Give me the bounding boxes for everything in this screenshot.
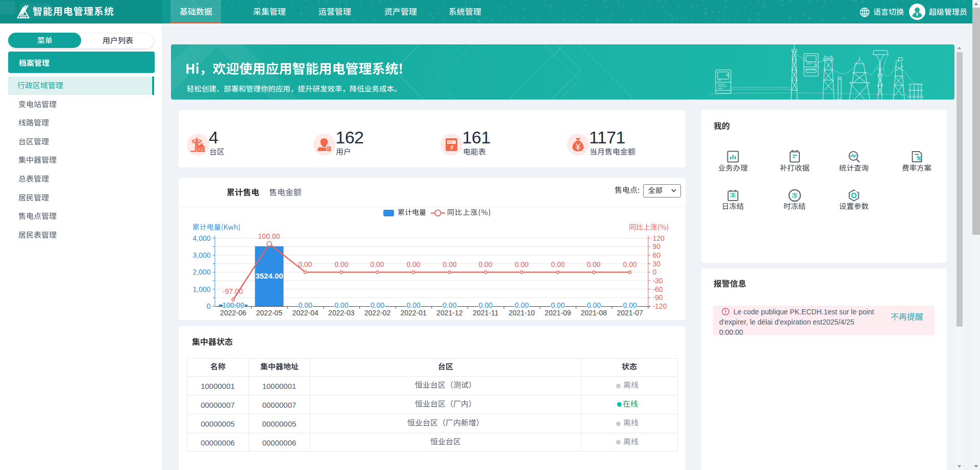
svg-text:4,000: 4,000 xyxy=(192,234,210,242)
svg-text:2021-11: 2021-11 xyxy=(473,309,499,317)
svg-text:120: 120 xyxy=(652,234,665,242)
svg-text:0.00: 0.00 xyxy=(551,260,565,268)
svg-text:0.00: 0.00 xyxy=(371,301,384,309)
svg-text:2021-12: 2021-12 xyxy=(436,309,463,317)
svg-text:100.00: 100.00 xyxy=(258,232,280,240)
svg-text:2021-10: 2021-10 xyxy=(508,309,535,317)
svg-text:0.00: 0.00 xyxy=(586,260,600,268)
svg-text:0.00: 0.00 xyxy=(406,301,420,309)
svg-text:0.00: 0.00 xyxy=(623,260,636,268)
svg-text:2021-07: 2021-07 xyxy=(617,309,643,317)
svg-text:0: 0 xyxy=(652,268,656,276)
svg-text:2,000: 2,000 xyxy=(192,268,210,276)
svg-text:90: 90 xyxy=(652,242,660,251)
svg-text:-60: -60 xyxy=(652,285,663,293)
svg-text:0.00: 0.00 xyxy=(551,301,565,309)
svg-text:2022-01: 2022-01 xyxy=(400,309,427,317)
svg-text:2022-02: 2022-02 xyxy=(364,309,391,317)
svg-text:0.00: 0.00 xyxy=(479,301,493,309)
svg-text:-120: -120 xyxy=(652,302,667,310)
svg-text:2022-05: 2022-05 xyxy=(256,309,283,317)
svg-text:0.00: 0.00 xyxy=(334,301,348,309)
svg-text:0.00: 0.00 xyxy=(623,301,636,309)
svg-text:0.00: 0.00 xyxy=(443,260,456,268)
svg-text:60: 60 xyxy=(652,251,660,259)
svg-text:0: 0 xyxy=(207,302,211,310)
svg-text:2022-06: 2022-06 xyxy=(220,309,247,317)
svg-text:1,000: 1,000 xyxy=(192,285,210,293)
svg-text:0.00: 0.00 xyxy=(514,301,528,309)
svg-text:30: 30 xyxy=(652,260,660,268)
svg-text:2022-04: 2022-04 xyxy=(292,309,318,317)
svg-text:-97.00: -97.00 xyxy=(223,287,243,295)
svg-text:100.00: 100.00 xyxy=(222,301,244,309)
svg-text:0.00: 0.00 xyxy=(587,301,601,309)
svg-text:-30: -30 xyxy=(652,277,663,285)
svg-text:0.00: 0.00 xyxy=(514,260,528,268)
svg-text:3524.00: 3524.00 xyxy=(255,271,283,280)
svg-text:0.00: 0.00 xyxy=(478,260,492,268)
svg-text:0.00: 0.00 xyxy=(370,260,384,268)
svg-text:-90: -90 xyxy=(652,293,663,302)
svg-text:0.00: 0.00 xyxy=(298,301,312,309)
svg-text:2021-08: 2021-08 xyxy=(581,309,607,317)
svg-text:0.00: 0.00 xyxy=(406,260,420,268)
svg-text:0.00: 0.00 xyxy=(334,260,348,268)
svg-text:2021-09: 2021-09 xyxy=(545,309,571,317)
svg-text:0.00: 0.00 xyxy=(298,260,312,268)
svg-text:2022-03: 2022-03 xyxy=(328,309,355,317)
svg-text:3,000: 3,000 xyxy=(192,251,210,259)
svg-text:0.00: 0.00 xyxy=(443,301,456,309)
